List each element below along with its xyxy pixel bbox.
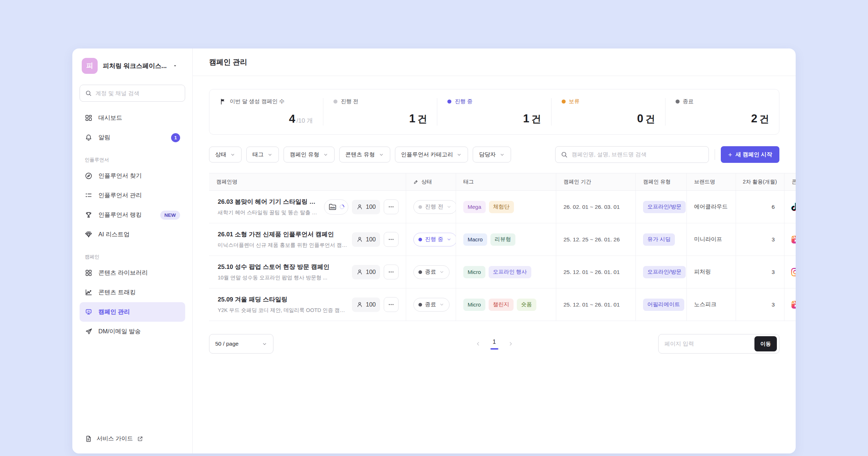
column-header-5: 브랜드명: [686, 173, 736, 190]
row-more-button[interactable]: [384, 265, 399, 279]
stat-label: 이번 달 생성 캠페인 수: [220, 98, 313, 105]
row-controls: data100: [324, 199, 399, 215]
campaign-title: 26.03 봄맞이 헤어 기기 스타일링 캠페인: [218, 198, 320, 206]
sidebar-item-send[interactable]: DM/이메일 발송: [80, 322, 185, 341]
pencil-icon: [413, 179, 419, 185]
external-link-icon: [137, 436, 143, 442]
chevron-down-icon: [439, 302, 444, 307]
stat-number: 4: [289, 113, 295, 125]
sidebar-item-dashboard[interactable]: 대시보드: [80, 108, 185, 128]
status-dot: [418, 303, 422, 307]
member-count-pill: 100: [352, 297, 380, 312]
sidebar-search-input[interactable]: [95, 90, 180, 97]
row-more-button[interactable]: [384, 297, 399, 312]
sidebar-item-tracking[interactable]: 콘텐츠 트래킹: [80, 283, 185, 302]
chevron-down-icon: [446, 237, 452, 242]
stat-card-2: 진행 중1건: [437, 98, 551, 126]
next-page-button[interactable]: [508, 341, 514, 347]
status-label: 진행 중: [425, 236, 443, 243]
column-header-7: 콘텐츠: [784, 173, 796, 190]
campaign-icon: [85, 308, 93, 316]
column-header-label: 태그: [463, 178, 474, 185]
sidebar-item-label: 콘텐츠 트래킹: [98, 288, 136, 296]
status-dot: [676, 100, 680, 104]
status-dropdown[interactable]: 종료: [413, 265, 450, 279]
status-dropdown[interactable]: 진행 중: [413, 233, 456, 246]
tag-chip: Micro: [463, 266, 485, 278]
filter-button-3[interactable]: 콘텐츠 유형: [339, 147, 390, 162]
sidebar-item-campaign[interactable]: 캠페인 관리: [80, 302, 185, 322]
prev-page-button[interactable]: [475, 341, 481, 347]
chevron-down-icon: [456, 152, 462, 157]
filter-button-0[interactable]: 상태: [209, 147, 242, 162]
row-more-button[interactable]: [384, 232, 399, 247]
filter-label: 상태: [215, 151, 226, 159]
table-row[interactable]: 25.10 성수 팝업 스토어 현장 방문 캠페인10월 연말 성수동 오프라인…: [209, 256, 796, 288]
campaign-search-input[interactable]: [571, 151, 703, 158]
row-more-button[interactable]: [384, 199, 399, 214]
page-size-value: 50 / page: [215, 341, 239, 347]
campaign-period-cell: 25. 12. 01 ~ 26. 01. 01: [556, 256, 635, 288]
status-dropdown[interactable]: 종료: [413, 298, 450, 312]
status-cell: 진행 중: [406, 223, 456, 256]
sidebar-item-label: AI 리스트업: [98, 231, 129, 238]
goto-page-button[interactable]: 이동: [754, 336, 777, 351]
stat-value: 4/10 개: [220, 113, 313, 126]
tag-chip: Micro: [463, 299, 485, 311]
filter-button-4[interactable]: 인플루언서 카테고리: [395, 147, 468, 162]
sidebar-item-bell[interactable]: 알림1: [80, 128, 185, 147]
page-size-select[interactable]: 50 / page: [209, 334, 273, 354]
document-icon: [85, 435, 92, 443]
stat-label: 진행 전: [333, 98, 427, 105]
stat-value: 1건: [447, 112, 541, 126]
sidebar: 피 피처링 워크스페이스... 대시보드알림1 인플루언서인플루언서 찾기인플루…: [72, 48, 193, 453]
stat-label: 보류: [562, 98, 655, 105]
goto-page-input[interactable]: [664, 341, 754, 347]
filter-button-5[interactable]: 담당자: [473, 147, 511, 162]
stat-number: 1: [523, 112, 529, 125]
reels-icon: [790, 235, 796, 245]
filter-button-1[interactable]: 태그: [246, 147, 279, 162]
page-number-current[interactable]: 1: [490, 338, 498, 350]
sidebar-item-gem[interactable]: AI 리스트업: [80, 225, 185, 244]
tag-chip: 숏폼: [517, 299, 536, 311]
campaign-period-cell: 26. 02. 01 ~ 26. 03. 01: [556, 191, 635, 223]
campaign-texts: 26.01 소형 가전 신제품 인플루언서 캠페인미닉스더플렌더 신규 제품 홍…: [218, 230, 348, 249]
stat-value: 1건: [333, 112, 427, 126]
sidebar-item-label: 대시보드: [98, 114, 122, 122]
sidebar-item-grid[interactable]: 콘텐츠 라이브러리: [80, 263, 185, 283]
loading-spinner: [339, 203, 345, 210]
list-icon: [85, 191, 93, 199]
nav-section-title: 캠페인: [85, 254, 185, 260]
stat-label-text: 이번 달 생성 캠페인 수: [230, 98, 285, 105]
row-controls: 100: [352, 265, 399, 279]
sidebar-item-list[interactable]: 인플루언서 관리: [80, 186, 185, 205]
new-campaign-button[interactable]: + 새 캠페인 시작: [721, 146, 779, 163]
table-row[interactable]: 26.01 소형 가전 신제품 인플루언서 캠페인미닉스더플렌더 신규 제품 홍…: [209, 223, 796, 256]
caret-down-icon: [173, 63, 178, 68]
service-guide-link[interactable]: 서비스 가이드: [80, 433, 185, 445]
reuse-months-cell: 6: [736, 191, 784, 223]
table-row[interactable]: 26.03 봄맞이 헤어 기기 스타일링 캠페인새학기 헤어 스타일링 꿀팁 및…: [209, 191, 796, 223]
tags-cell: Macro리뷰형: [456, 223, 556, 256]
compass-icon: [85, 172, 93, 180]
table-row[interactable]: 25.09 겨울 패딩 스타일링Y2K 무드 숏패딩 코디 제안, 데일리룩 O…: [209, 288, 796, 321]
column-header-1: 상태: [406, 173, 456, 190]
workspace-switcher[interactable]: 피 피처링 워크스페이스...: [80, 58, 185, 74]
sidebar-search[interactable]: [80, 85, 185, 102]
campaign-description: 새학기 헤어 스타일링 꿀팁 및 똥손 탈출 웨이브 가...: [218, 209, 320, 216]
notification-count-badge: 1: [171, 133, 180, 142]
campaign-texts: 25.09 겨울 패딩 스타일링Y2K 무드 숏패딩 코디 제안, 데일리룩 O…: [218, 295, 348, 314]
campaign-search[interactable]: [555, 146, 709, 163]
status-dropdown[interactable]: 진행 전: [413, 200, 456, 214]
column-header-label: 콘텐츠: [792, 178, 796, 185]
reuse-months-cell: 3: [736, 256, 784, 288]
chevron-down-icon: [439, 269, 444, 275]
sidebar-item-trophy[interactable]: 인플루언서 랭킹NEW: [80, 205, 185, 225]
filter-button-2[interactable]: 캠페인 유형: [284, 147, 335, 162]
more-icon: [388, 203, 395, 210]
sidebar-item-compass[interactable]: 인플루언서 찾기: [80, 166, 185, 186]
reuse-months-cell: 3: [736, 223, 784, 256]
tag-chip: 리뷰형: [490, 233, 515, 246]
brand-name-cell: 에어클라우드: [686, 191, 736, 223]
